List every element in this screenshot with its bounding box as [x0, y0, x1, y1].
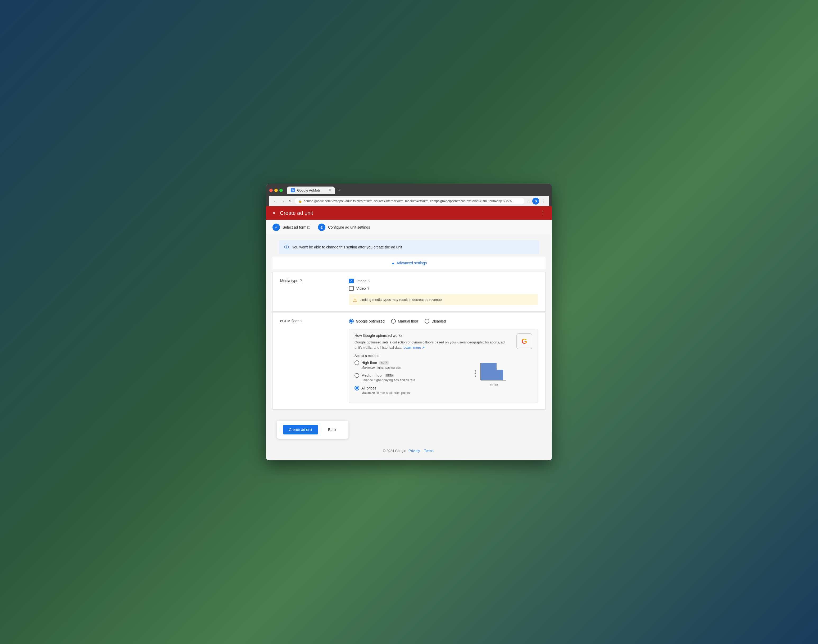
- high-floor-radio-row[interactable]: High floor BETA: [354, 360, 469, 365]
- ecpm-title: eCPM floor ?: [280, 319, 339, 323]
- video-checkbox-row: Video ?: [349, 286, 538, 291]
- advanced-settings-row: ▲ Advanced settings: [273, 257, 545, 269]
- external-link-icon: ↗: [422, 345, 425, 350]
- high-floor-radio[interactable]: [354, 360, 359, 365]
- ecpm-floor-section: eCPM floor ? Google optimized Manual f: [273, 312, 545, 409]
- check-icon: ✓: [350, 279, 353, 282]
- learn-more-text: Learn more: [403, 345, 421, 350]
- high-floor-beta-badge: BETA: [379, 361, 389, 365]
- video-label: Video ?: [356, 286, 369, 290]
- user-avatar[interactable]: S: [532, 198, 539, 204]
- media-type-help-icon[interactable]: ?: [300, 279, 302, 283]
- new-tab-button[interactable]: +: [336, 188, 343, 193]
- video-checkbox[interactable]: [349, 286, 354, 291]
- browser-controls: G Google AdMob × +: [269, 187, 549, 194]
- image-help-icon[interactable]: ?: [368, 279, 371, 283]
- video-help-icon[interactable]: ?: [368, 286, 369, 290]
- manual-floor-radio[interactable]: [391, 319, 396, 324]
- advanced-settings-toggle[interactable]: ▲ Advanced settings: [277, 261, 541, 265]
- media-type-section: Media type ? ✓ Image ? Vid: [273, 272, 545, 312]
- image-checkbox[interactable]: ✓: [349, 279, 354, 284]
- maximize-dot[interactable]: [279, 189, 283, 192]
- create-ad-unit-button[interactable]: Create ad unit: [283, 425, 318, 434]
- address-bar[interactable]: 🔒 admob.google.com/v2/apps/!/adunits/cre…: [295, 198, 524, 204]
- all-prices-desc: Maximize fill rate at all price points: [354, 391, 469, 395]
- terms-link[interactable]: Terms: [424, 449, 434, 453]
- tab-close-icon[interactable]: ×: [329, 189, 331, 192]
- more-options-button[interactable]: ⋮: [540, 210, 545, 216]
- google-optimized-info-box: How Google optimized works Google optimi…: [349, 329, 538, 403]
- ecpm-help-icon[interactable]: ?: [300, 319, 302, 323]
- stepper: ✓ Select ad format 2 Configure ad unit s…: [266, 220, 552, 235]
- warning-text: Limiting media types may result in decre…: [360, 297, 442, 302]
- info-text: You won't be able to change this setting…: [292, 245, 402, 249]
- app-close-button[interactable]: ×: [273, 210, 276, 216]
- info-banner: ⓘ You won't be able to change this setti…: [279, 240, 539, 254]
- minimize-dot[interactable]: [274, 189, 278, 192]
- medium-floor-beta-badge: BETA: [385, 374, 394, 377]
- manual-floor-radio-row[interactable]: Manual floor: [391, 319, 418, 324]
- high-floor-desc: Maximize higher paying ads: [354, 366, 469, 370]
- svg-marker-1: [481, 363, 503, 380]
- back-nav-button[interactable]: ←: [273, 198, 278, 204]
- warning-icon: △: [353, 297, 357, 302]
- lock-icon: 🔒: [299, 199, 302, 203]
- privacy-link[interactable]: Privacy: [409, 449, 420, 453]
- media-type-warning: △ Limiting media types may result in dec…: [349, 294, 538, 305]
- medium-floor-label: Medium floor: [362, 373, 383, 377]
- browser-chrome: G Google AdMob × + ← → ↻ 🔒 admob.google.…: [266, 184, 552, 206]
- forward-nav-button[interactable]: →: [280, 198, 286, 204]
- high-floor-option: High floor BETA Maximize higher paying a…: [354, 360, 469, 370]
- app-header-left: × Create ad unit: [273, 210, 313, 216]
- image-label-text: Image: [356, 279, 367, 283]
- optimized-desc-text: Google optimized sets a collection of dy…: [354, 340, 505, 350]
- tab-bar: G Google AdMob × +: [287, 187, 549, 194]
- optimized-content: How Google optimized works Google optimi…: [354, 333, 511, 399]
- google-optimized-radio-row[interactable]: Google optimized: [349, 319, 384, 324]
- media-type-title: Media type ?: [280, 279, 339, 283]
- advanced-settings-label: Advanced settings: [397, 261, 427, 265]
- info-icon: ⓘ: [284, 244, 289, 250]
- google-optimized-radio[interactable]: [349, 319, 354, 324]
- step-1: ✓ Select ad format: [273, 224, 309, 231]
- google-g-letter: G: [521, 337, 527, 345]
- refresh-nav-button[interactable]: ↻: [287, 198, 293, 204]
- disabled-radio-row[interactable]: Disabled: [424, 319, 446, 324]
- disabled-label: Disabled: [432, 319, 446, 324]
- medium-floor-radio-row[interactable]: Medium floor BETA: [354, 373, 469, 378]
- all-prices-label: All prices: [362, 386, 377, 390]
- google-optimized-label: Google optimized: [356, 319, 384, 324]
- video-label-text: Video: [356, 286, 366, 290]
- select-method-label: Select a method:: [354, 354, 511, 358]
- svg-text:eCPM: eCPM: [474, 370, 477, 377]
- ecpm-chart: eCPM Fill rate: [474, 360, 511, 387]
- close-dot[interactable]: [269, 189, 273, 192]
- page-footer-area: Create ad unit Back © 2024 Google Privac…: [266, 416, 552, 460]
- back-button[interactable]: Back: [322, 425, 342, 434]
- ecpm-content: Google optimized Manual floor Disabled H…: [349, 319, 538, 403]
- method-content: High floor BETA Maximize higher paying a…: [354, 360, 511, 399]
- all-prices-radio-row[interactable]: All prices: [354, 386, 469, 391]
- learn-more-link[interactable]: Learn more ↗: [403, 345, 425, 350]
- ecpm-label-col: eCPM floor ?: [280, 319, 339, 403]
- media-type-content: ✓ Image ? Video ? △ Limiting m: [349, 279, 538, 305]
- image-checkbox-row: ✓ Image ?: [349, 279, 538, 284]
- bottom-action-card: Create ad unit Back: [277, 421, 348, 439]
- medium-floor-desc: Balance higher paying ads and fill rate: [354, 378, 469, 382]
- google-chip-icon: G: [516, 333, 532, 349]
- menu-icon[interactable]: ⋮: [541, 199, 545, 204]
- disabled-radio[interactable]: [424, 319, 429, 324]
- traffic-lights: [269, 189, 283, 192]
- ecpm-radio-group: Google optimized Manual floor Disabled: [349, 319, 538, 324]
- address-bar-row: ← → ↻ 🔒 admob.google.com/v2/apps/!/aduni…: [269, 196, 549, 206]
- copyright-text: © 2024 Google: [383, 449, 406, 453]
- bookmark-icon[interactable]: ☆: [527, 199, 530, 204]
- step-2-label: Configure ad unit settings: [328, 225, 370, 229]
- address-text: admob.google.com/v2/apps/!/adunits/creat…: [304, 199, 514, 203]
- method-options: High floor BETA Maximize higher paying a…: [354, 360, 469, 399]
- optimized-desc: Google optimized sets a collection of dy…: [354, 340, 511, 350]
- all-prices-radio[interactable]: [354, 386, 359, 391]
- all-prices-radio-dot: [355, 387, 358, 389]
- active-tab[interactable]: G Google AdMob ×: [287, 187, 335, 194]
- medium-floor-radio[interactable]: [354, 373, 359, 378]
